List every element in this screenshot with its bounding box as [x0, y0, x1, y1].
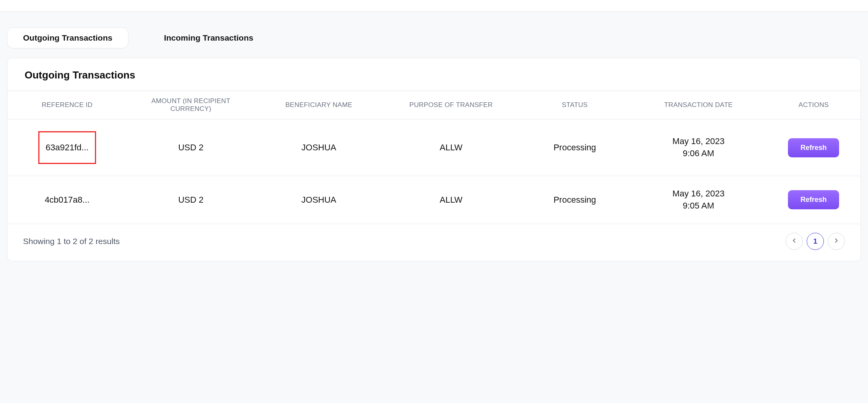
cell-amount: USD 2: [127, 176, 255, 224]
tab-incoming[interactable]: Incoming Transactions: [148, 27, 270, 48]
date-line-2: 9:06 AM: [634, 148, 763, 160]
table-row: 4cb017a8... USD 2 JOSHUA ALLW Processing…: [7, 176, 861, 224]
card-footer: Showing 1 to 2 of 2 results 1: [7, 224, 861, 261]
th-status: STATUS: [519, 91, 630, 119]
tabs-bar: Outgoing Transactions Incoming Transacti…: [7, 27, 861, 48]
th-reference: REFERENCE ID: [7, 91, 127, 119]
date-line-2: 9:05 AM: [634, 200, 763, 212]
cell-actions: Refresh: [767, 176, 861, 224]
cell-status: Processing: [519, 176, 630, 224]
cell-date: May 16, 2023 9:05 AM: [630, 176, 766, 224]
tab-outgoing[interactable]: Outgoing Transactions: [7, 27, 129, 48]
th-actions: ACTIONS: [767, 91, 861, 119]
cell-actions: Refresh: [767, 119, 861, 176]
cell-reference[interactable]: 4cb017a8...: [7, 176, 127, 224]
th-date: TRANSACTION DATE: [630, 91, 766, 119]
page-container: Outgoing Transactions Incoming Transacti…: [0, 12, 868, 403]
pager-prev-button[interactable]: [786, 233, 803, 250]
table-row: 63a921fd... USD 2 JOSHUA ALLW Processing…: [7, 119, 861, 176]
cell-reference: 63a921fd...: [7, 119, 127, 176]
transactions-table: REFERENCE ID AMOUNT (IN RECIPIENT CURREN…: [7, 91, 861, 224]
pager-next-button[interactable]: [828, 233, 845, 250]
transactions-card: Outgoing Transactions REFERENCE ID AMOUN…: [7, 58, 861, 261]
table-header-row: REFERENCE ID AMOUNT (IN RECIPIENT CURREN…: [7, 91, 861, 119]
top-divider: [0, 0, 868, 12]
chevron-right-icon: [833, 237, 840, 246]
cell-purpose: ALLW: [383, 119, 519, 176]
date-line-1: May 16, 2023: [634, 188, 763, 200]
th-purpose: PURPOSE OF TRANSFER: [383, 91, 519, 119]
date-line-1: May 16, 2023: [634, 136, 763, 148]
cell-amount: USD 2: [127, 119, 255, 176]
th-amount: AMOUNT (IN RECIPIENT CURRENCY): [127, 91, 255, 119]
pager: 1: [786, 233, 845, 250]
refresh-button[interactable]: Refresh: [788, 138, 839, 157]
reference-highlight[interactable]: 63a921fd...: [38, 131, 96, 164]
card-header: Outgoing Transactions: [7, 58, 861, 91]
card-title: Outgoing Transactions: [25, 69, 843, 81]
refresh-button[interactable]: Refresh: [788, 190, 839, 209]
th-beneficiary: BENEFICIARY NAME: [255, 91, 383, 119]
pager-page-1[interactable]: 1: [807, 233, 824, 250]
results-text: Showing 1 to 2 of 2 results: [23, 237, 120, 246]
chevron-left-icon: [791, 237, 798, 246]
cell-status: Processing: [519, 119, 630, 176]
cell-purpose: ALLW: [383, 176, 519, 224]
cell-beneficiary: JOSHUA: [255, 176, 383, 224]
cell-date: May 16, 2023 9:06 AM: [630, 119, 766, 176]
cell-beneficiary: JOSHUA: [255, 119, 383, 176]
